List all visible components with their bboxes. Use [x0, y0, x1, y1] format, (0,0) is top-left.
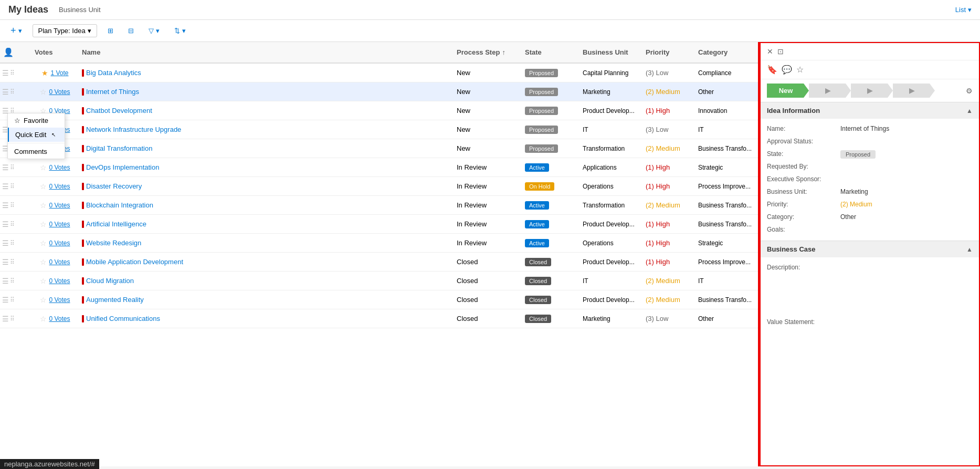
star-vote-icon[interactable]: ★ — [41, 69, 48, 77]
grip-icon[interactable]: ⠿ — [10, 296, 15, 304]
hamburger-icon[interactable]: ☰ — [2, 163, 9, 172]
status-step-3[interactable]: ▶ — [851, 84, 893, 98]
star-vote-icon[interactable]: ☆ — [40, 315, 47, 323]
grip-icon[interactable]: ⠿ — [10, 277, 15, 285]
vote-link[interactable]: 0 Votes — [49, 183, 70, 190]
name-text[interactable]: Website Redesign — [86, 239, 141, 247]
star-vote-icon[interactable]: ☆ — [40, 220, 47, 228]
table-row[interactable]: ☰ ⠿ ☆ 0 Votes Internet of Things New Pro… — [0, 82, 758, 101]
idea-info-section-header[interactable]: Idea Information ▲ — [761, 102, 979, 119]
name-text[interactable]: Artificial Intelligence — [86, 220, 146, 228]
status-step-4[interactable]: ▶ — [893, 84, 935, 98]
add-button[interactable]: + ▾ — [6, 23, 26, 38]
name-text[interactable]: Internet of Things — [86, 88, 139, 96]
name-text[interactable]: Unified Communications — [86, 315, 160, 322]
table-row[interactable]: ☰ ⠿ ☆ 0 Votes DevOps Implementation In R… — [0, 158, 758, 177]
hamburger-icon[interactable]: ☰ — [2, 220, 9, 228]
vote-link[interactable]: 0 Votes — [49, 315, 70, 322]
star-vote-icon[interactable]: ☆ — [40, 239, 47, 247]
name-text[interactable]: Disaster Recovery — [86, 182, 142, 190]
remove-row-button[interactable]: ⊟ — [124, 25, 138, 37]
table-row[interactable]: ☰ ⠿ ☆ 0 Votes Blockchain Integration In … — [0, 196, 758, 215]
name-text[interactable]: Cloud Migration — [86, 277, 134, 285]
filter-icon: ▽ — [149, 27, 154, 35]
hamburger-icon[interactable]: ☰ — [2, 201, 9, 210]
table-row[interactable]: ☰ ⠿ ☆ 0 Votes Chatbot Development New Pr… — [0, 101, 758, 120]
grip-icon[interactable]: ⠿ — [10, 88, 15, 96]
star-icon[interactable]: ☆ — [796, 65, 804, 75]
sort-dropdown-icon: ▾ — [182, 27, 186, 35]
table-row[interactable]: ☰ ⠿ ☆ 0 Votes Artificial Intelligence In… — [0, 215, 758, 234]
grip-icon[interactable]: ⠿ — [10, 239, 15, 247]
row-votes: ☆ 0 Votes — [31, 220, 79, 228]
table-row[interactable]: ☰ ⠿ ☆ 0 Votes Network Infrastructure Upg… — [0, 120, 758, 139]
name-text[interactable]: Network Infrastructure Upgrade — [86, 126, 181, 133]
status-step-2[interactable]: ▶ — [809, 84, 851, 98]
grip-icon[interactable]: ⠿ — [10, 221, 15, 228]
name-text[interactable]: Blockchain Integration — [86, 201, 153, 209]
filter-button[interactable]: ▽ ▾ — [144, 25, 164, 37]
context-menu-comments[interactable]: Comments — [8, 144, 65, 159]
th-process-step[interactable]: Process Step ↑ — [454, 46, 522, 58]
list-view-button[interactable]: List ▾ — [955, 6, 972, 14]
row-process-step: New — [454, 144, 522, 152]
business-case-section-header[interactable]: Business Case ▲ — [761, 241, 979, 257]
vote-link[interactable]: 0 Votes — [49, 202, 70, 209]
name-bar — [82, 183, 84, 190]
vote-link[interactable]: 0 Votes — [49, 88, 70, 96]
hamburger-icon[interactable]: ☰ — [2, 182, 9, 191]
star-vote-icon[interactable]: ☆ — [40, 296, 47, 304]
grip-icon[interactable]: ⠿ — [10, 183, 15, 190]
sort-button[interactable]: ⇅ ▾ — [170, 25, 190, 37]
table-row[interactable]: ☰ ⠿ ☆ 0 Votes Cloud Migration Closed Clo… — [0, 272, 758, 290]
table-row[interactable]: ☰ ⠿ ★ 1 Vote Big Data Analytics New Prop… — [0, 64, 758, 82]
vote-link[interactable]: 0 Votes — [49, 239, 70, 247]
table-row[interactable]: ☰ ⠿ ☆ 0 Votes Mobile Application Develop… — [0, 253, 758, 272]
name-text[interactable]: Augmented Reality — [86, 296, 144, 304]
star-vote-icon[interactable]: ☆ — [40, 201, 47, 210]
hamburger-icon[interactable]: ☰ — [2, 296, 9, 304]
name-text[interactable]: DevOps Implementation — [86, 163, 159, 171]
name-text[interactable]: Mobile Application Development — [86, 258, 183, 266]
hamburger-icon[interactable]: ☰ — [2, 69, 9, 77]
settings-icon[interactable]: ⚙ — [966, 87, 973, 95]
hamburger-icon[interactable]: ☰ — [2, 258, 9, 266]
vote-link[interactable]: 0 Votes — [49, 277, 70, 285]
vote-link[interactable]: 0 Votes — [49, 221, 70, 228]
star-vote-icon[interactable]: ☆ — [40, 277, 47, 285]
hamburger-icon[interactable]: ☰ — [2, 277, 9, 285]
star-vote-icon[interactable]: ☆ — [40, 258, 47, 266]
context-menu-quick-edit[interactable]: Quick Edit ↖ — [8, 128, 65, 142]
star-vote-icon[interactable]: ☆ — [40, 163, 47, 172]
hamburger-icon[interactable]: ☰ — [2, 88, 9, 96]
grip-icon[interactable]: ⠿ — [10, 202, 15, 209]
add-row-button[interactable]: ⊞ — [103, 25, 118, 37]
plan-type-button[interactable]: Plan Type: Idea ▾ — [33, 24, 97, 37]
comment-icon[interactable]: 💬 — [782, 65, 792, 75]
table-row[interactable]: ☰ ⠿ ☆ 0 Votes Disaster Recovery In Revie… — [0, 177, 758, 196]
status-step-new[interactable]: New — [767, 84, 809, 98]
table-row[interactable]: ☰ ⠿ ☆ 0 Votes Augmented Reality Closed C… — [0, 290, 758, 309]
name-text[interactable]: Big Data Analytics — [86, 69, 141, 77]
bookmark-icon[interactable]: 🔖 — [767, 65, 777, 75]
context-menu-favorite[interactable]: ☆ Favorite — [8, 113, 65, 128]
grip-icon[interactable]: ⠿ — [10, 69, 15, 77]
hamburger-icon[interactable]: ☰ — [2, 239, 9, 247]
expand-icon[interactable]: ⊡ — [777, 47, 784, 56]
name-text[interactable]: Digital Transformation — [86, 144, 152, 152]
vote-link[interactable]: 1 Vote — [50, 69, 68, 77]
hamburger-icon[interactable]: ☰ — [2, 315, 9, 323]
vote-link[interactable]: 0 Votes — [49, 258, 70, 266]
table-row[interactable]: ☰ ⠿ ☆ 0 Votes Unified Communications Clo… — [0, 309, 758, 328]
name-text[interactable]: Chatbot Development — [86, 107, 152, 114]
table-row[interactable]: ☰ ⠿ ☆ 0 Votes Website Redesign In Review… — [0, 234, 758, 253]
star-vote-icon[interactable]: ☆ — [40, 88, 47, 96]
grip-icon[interactable]: ⠿ — [10, 258, 15, 266]
grip-icon[interactable]: ⠿ — [10, 315, 15, 322]
vote-link[interactable]: 0 Votes — [49, 164, 70, 171]
star-vote-icon[interactable]: ☆ — [40, 182, 47, 191]
table-row[interactable]: ☰ ⠿ ☆ 0 Votes Digital Transformation New… — [0, 139, 758, 158]
grip-icon[interactable]: ⠿ — [10, 164, 15, 171]
vote-link[interactable]: 0 Votes — [49, 296, 70, 304]
close-icon[interactable]: ✕ — [767, 47, 773, 56]
